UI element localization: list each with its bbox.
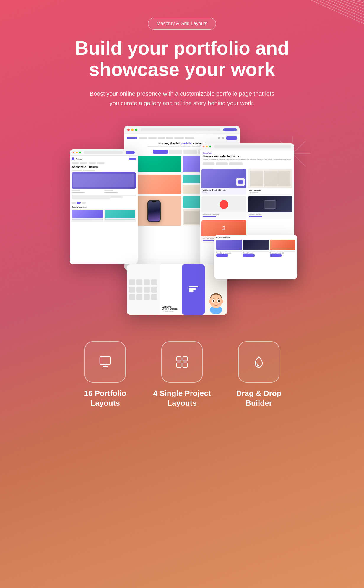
related-item1-label: Visualizing concepts xyxy=(216,252,242,254)
features-row: 16 Portfolio Layouts 4 Single Project La… xyxy=(76,341,288,408)
feature-label-1: 16 Portfolio Layouts xyxy=(76,389,135,408)
monitor-icon xyxy=(98,354,113,370)
svg-line-2 xyxy=(323,0,364,18)
right-card-badge: SierraPack xyxy=(203,152,291,154)
card3-label: Business Consulting xyxy=(203,214,245,215)
svg-rect-33 xyxy=(177,363,181,367)
card1-sub: Design xyxy=(203,191,245,193)
svg-point-24 xyxy=(215,302,217,303)
card2-sub: Design • Web xyxy=(249,191,291,193)
svg-point-25 xyxy=(211,303,214,305)
ws-project-title: WebSphere – Design xyxy=(72,165,136,168)
dot-yellow xyxy=(131,129,134,131)
feature-label-2: 4 Single Project Layouts xyxy=(152,389,212,408)
drop-icon xyxy=(251,354,266,370)
card2-title: Mia's Website xyxy=(249,189,291,191)
feature-icon-box-3 xyxy=(238,341,280,383)
sub-text: Boost your online presence with a custom… xyxy=(87,89,277,108)
svg-point-22 xyxy=(214,301,214,301)
feature-icon-box-1 xyxy=(84,341,126,383)
svg-point-26 xyxy=(218,303,221,305)
deco-lines xyxy=(305,0,364,24)
dot-red xyxy=(127,129,130,131)
screen-related: Related projects Visualizing concepts Gr… xyxy=(214,235,297,279)
screen-left: Sierra WebSphere – Design xyxy=(70,149,138,264)
related-header: Related projects xyxy=(216,237,295,238)
screenshots-cluster: Masonry detailed portfolio 2 columns xyxy=(70,126,294,318)
card1-title: Matthew's Creative Direct... xyxy=(203,189,245,191)
feature-portfolio-layouts: 16 Portfolio Layouts xyxy=(76,341,135,408)
related-item2-label: Growth hands! xyxy=(243,252,269,254)
dot-green xyxy=(135,129,137,131)
swift-title: SwiftSync – Content Creation xyxy=(162,306,180,310)
related-item3-label: Running up that hill xyxy=(270,252,295,254)
svg-point-15 xyxy=(210,295,222,308)
svg-rect-34 xyxy=(183,363,187,367)
grid-icon xyxy=(174,354,190,370)
svg-rect-31 xyxy=(177,357,181,361)
page-wrapper: Masonry & Grid Layouts Build your portfo… xyxy=(0,0,364,588)
svg-point-17 xyxy=(221,300,223,303)
svg-line-1 xyxy=(317,0,364,21)
svg-point-16 xyxy=(209,300,211,303)
feature-icon-box-2 xyxy=(161,341,203,383)
svg-line-8 xyxy=(358,0,364,1)
svg-point-23 xyxy=(219,301,219,301)
purple-logo xyxy=(189,286,198,293)
browse-title: Browse our selected work xyxy=(203,155,291,158)
svg-rect-27 xyxy=(100,357,110,364)
swift-sub: Content • Media xyxy=(162,311,180,312)
feature-drag-drop: Drag & Drop Builder xyxy=(229,341,288,408)
svg-rect-32 xyxy=(183,357,187,361)
screen-bottom: SwiftSync – Content Creation Content • M… xyxy=(127,264,227,315)
main-headline: Build your portfolio and showcase your w… xyxy=(75,38,289,80)
card4-label: Smooth Hands!!! xyxy=(249,214,292,215)
svg-point-20 xyxy=(213,300,214,303)
svg-line-5 xyxy=(340,0,364,9)
feature-label-3: Drag & Drop Builder xyxy=(229,389,288,408)
ws-logo-text: Sierra xyxy=(76,158,82,160)
browse-sub: The go-to partner of amazing companies, … xyxy=(203,159,291,161)
related-label: Related projects xyxy=(72,206,136,208)
feature-single-project: 4 Single Project Layouts xyxy=(152,341,212,408)
svg-point-21 xyxy=(218,300,220,303)
badge: Masonry & Grid Layouts xyxy=(148,18,216,30)
